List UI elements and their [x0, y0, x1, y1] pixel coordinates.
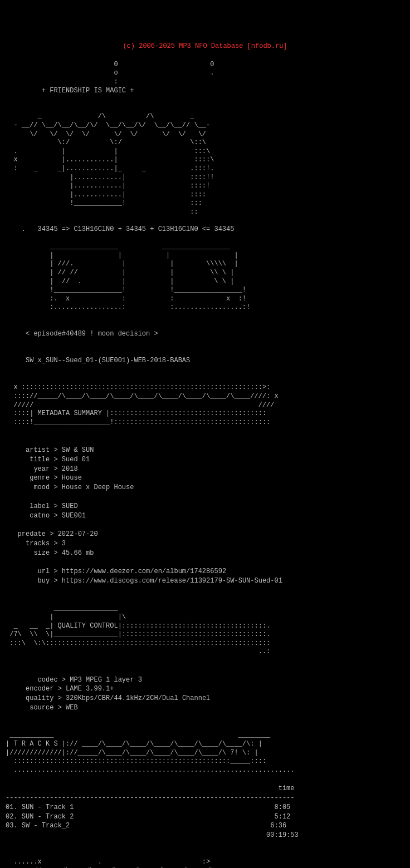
source-value: WEB	[66, 704, 78, 712]
artist-label: artist	[26, 446, 50, 454]
title-label: title	[30, 456, 50, 463]
quality-banner: ________________ | |\ _ __ _| QUALITY CO…	[6, 604, 404, 657]
time-header: time	[279, 785, 295, 792]
mood-label: mood	[33, 484, 50, 491]
size-value: 45.66 mb	[62, 549, 94, 557]
mood-value: House x Deep House	[62, 484, 134, 491]
tracks-banner: ___________ ________ | T R A C K S |:// …	[6, 731, 404, 775]
tracks-block: time -----------------------------------…	[6, 784, 404, 840]
track2-row: 02. SUN - Track 2 5:12	[6, 813, 290, 821]
track3-row: 03. SW - Track_2 6:36	[6, 822, 286, 830]
tracks-value: 3	[62, 540, 66, 548]
total-time: 00:19:53	[266, 831, 299, 839]
notes-banner: ......x . :> ::::://_____/\____/\____/\_…	[6, 850, 404, 868]
metadata-block: artist > SW & SUN title > Sued 01 year >…	[6, 436, 404, 595]
predate-label: predate	[18, 530, 46, 538]
codec-label: codec	[38, 676, 58, 684]
encoder-value: LAME 3.99.1+	[66, 685, 114, 693]
year-value: 2018	[62, 465, 78, 473]
artist-value: SW & SUN	[62, 446, 94, 454]
top-ascii-art: 0 0 o . : + FRIENDSHIP IS MAGIC + _ /\ /…	[6, 61, 404, 321]
encoder-label: encoder	[26, 685, 53, 693]
genre-label: genre	[30, 474, 50, 482]
catno-label: catno	[30, 512, 50, 520]
quality-block: codec > MP3 MPEG 1 layer 3 encoder > LAM…	[6, 666, 404, 722]
source-label: source	[30, 704, 53, 712]
year-label: year	[33, 465, 50, 473]
url-label: url	[38, 568, 50, 575]
friendship-text: + FRIENDSHIP IS MAGIC +	[42, 87, 134, 95]
buy-value: https://www.discogs.com/release/11392179…	[62, 577, 282, 585]
buy-label: buy	[38, 577, 50, 585]
tracks-label: tracks	[26, 540, 50, 548]
metadata-banner: x ::::::::::::::::::::::::::::::::::::::…	[6, 383, 404, 427]
copyright-header: (c) 2006-2025 MP3 NFO Database [nfodb.ru…	[6, 42, 404, 51]
quality-label: quality	[26, 694, 53, 702]
title-value: Sued 01	[62, 456, 90, 463]
label-value: SUED	[62, 502, 78, 510]
size-label: size	[33, 549, 50, 557]
episode-line: < episode#40489 ! moon decision >	[6, 330, 404, 339]
quality-value: 320Kbps/CBR/44.1kHz/2CH/Dual Channel	[66, 694, 210, 702]
url-value: https://www.deezer.com/en/album/17428659…	[62, 568, 226, 575]
label-label: label	[30, 502, 50, 510]
release-name: SW_x_SUN--Sued_01-(SUE001)-WEB-2018-BABA…	[6, 348, 404, 374]
codec-value: MP3 MPEG 1 layer 3	[70, 676, 142, 684]
predate-value: 2022-07-20	[58, 530, 98, 538]
track1-row: 01. SUN - Track 1 8:05	[6, 803, 290, 811]
catno-value: SUE001	[62, 512, 86, 520]
genre-value: House	[62, 474, 82, 482]
